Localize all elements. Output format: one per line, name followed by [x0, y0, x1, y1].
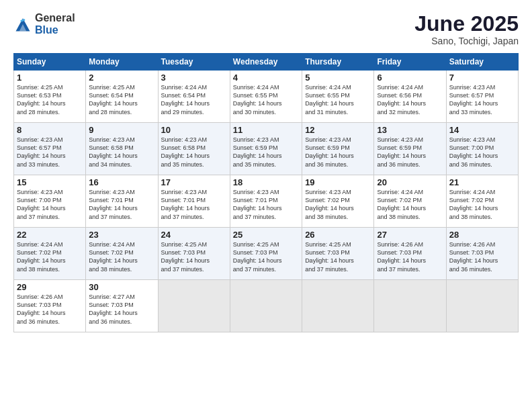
day-number: 5	[305, 73, 371, 83]
cell-content: Sunrise: 4:23 AMSunset: 7:01 PMDaylight:…	[233, 189, 282, 220]
cell-content: Sunrise: 4:25 AMSunset: 7:03 PMDaylight:…	[233, 241, 282, 272]
logo-general: General	[35, 12, 75, 24]
table-row: 22Sunrise: 4:24 AMSunset: 7:02 PMDayligh…	[14, 228, 86, 280]
day-number: 21	[449, 177, 515, 187]
table-row	[374, 280, 446, 332]
day-number: 9	[89, 125, 154, 135]
day-number: 17	[161, 177, 227, 187]
table-row: 8Sunrise: 4:23 AMSunset: 6:57 PMDaylight…	[14, 123, 86, 175]
day-number: 11	[233, 125, 299, 135]
cell-content: Sunrise: 4:23 AMSunset: 7:00 PMDaylight:…	[17, 189, 66, 220]
table-row: 11Sunrise: 4:23 AMSunset: 6:59 PMDayligh…	[230, 123, 302, 175]
table-row	[446, 280, 518, 332]
day-number: 24	[161, 230, 227, 240]
table-row: 15Sunrise: 4:23 AMSunset: 7:00 PMDayligh…	[14, 175, 86, 228]
cell-content: Sunrise: 4:23 AMSunset: 6:57 PMDaylight:…	[17, 136, 66, 167]
cell-content: Sunrise: 4:24 AMSunset: 7:02 PMDaylight:…	[377, 189, 426, 220]
day-number: 18	[233, 177, 299, 187]
cell-content: Sunrise: 4:25 AMSunset: 6:53 PMDaylight:…	[17, 84, 66, 115]
table-row: 19Sunrise: 4:23 AMSunset: 7:02 PMDayligh…	[302, 175, 374, 228]
day-number: 27	[377, 230, 443, 240]
header: General Blue June 2025 Sano, Tochigi, Ja…	[13, 12, 519, 46]
cell-content: Sunrise: 4:25 AMSunset: 7:03 PMDaylight:…	[305, 241, 354, 272]
day-number: 29	[17, 282, 83, 292]
day-number: 13	[377, 125, 443, 135]
cell-content: Sunrise: 4:24 AMSunset: 6:54 PMDaylight:…	[161, 84, 210, 115]
day-number: 25	[233, 230, 299, 240]
table-row: 25Sunrise: 4:25 AMSunset: 7:03 PMDayligh…	[230, 228, 302, 280]
cell-content: Sunrise: 4:25 AMSunset: 6:54 PMDaylight:…	[89, 84, 138, 115]
table-row: 9Sunrise: 4:23 AMSunset: 6:58 PMDaylight…	[86, 123, 158, 175]
table-row: 14Sunrise: 4:23 AMSunset: 7:00 PMDayligh…	[446, 123, 518, 175]
logo-icon	[13, 15, 32, 34]
col-thursday: Thursday	[302, 54, 374, 71]
table-row: 5Sunrise: 4:24 AMSunset: 6:55 PMDaylight…	[302, 71, 374, 123]
logo-text: General Blue	[35, 12, 75, 36]
cell-content: Sunrise: 4:23 AMSunset: 6:59 PMDaylight:…	[233, 136, 282, 167]
day-number: 30	[89, 282, 154, 292]
day-number: 23	[89, 230, 154, 240]
cell-content: Sunrise: 4:23 AMSunset: 7:01 PMDaylight:…	[89, 189, 138, 220]
cell-content: Sunrise: 4:23 AMSunset: 6:57 PMDaylight:…	[449, 84, 498, 115]
table-row: 6Sunrise: 4:24 AMSunset: 6:56 PMDaylight…	[374, 71, 446, 123]
cell-content: Sunrise: 4:23 AMSunset: 6:59 PMDaylight:…	[305, 136, 354, 167]
cell-content: Sunrise: 4:24 AMSunset: 6:55 PMDaylight:…	[305, 84, 354, 115]
table-row: 20Sunrise: 4:24 AMSunset: 7:02 PMDayligh…	[374, 175, 446, 228]
page: General Blue June 2025 Sano, Tochigi, Ja…	[0, 0, 532, 411]
day-number: 26	[305, 230, 371, 240]
day-number: 20	[377, 177, 443, 187]
day-number: 8	[17, 125, 83, 135]
table-row: 23Sunrise: 4:24 AMSunset: 7:02 PMDayligh…	[86, 228, 158, 280]
table-row: 3Sunrise: 4:24 AMSunset: 6:54 PMDaylight…	[158, 71, 230, 123]
table-row: 17Sunrise: 4:23 AMSunset: 7:01 PMDayligh…	[158, 175, 230, 228]
cell-content: Sunrise: 4:24 AMSunset: 7:02 PMDaylight:…	[17, 241, 66, 272]
table-row: 27Sunrise: 4:26 AMSunset: 7:03 PMDayligh…	[374, 228, 446, 280]
day-number: 12	[305, 125, 371, 135]
cell-content: Sunrise: 4:23 AMSunset: 7:01 PMDaylight:…	[161, 189, 210, 220]
cell-content: Sunrise: 4:24 AMSunset: 6:56 PMDaylight:…	[377, 84, 426, 115]
cell-content: Sunrise: 4:24 AMSunset: 6:55 PMDaylight:…	[233, 84, 282, 115]
col-monday: Monday	[86, 54, 158, 71]
col-sunday: Sunday	[14, 54, 86, 71]
cell-content: Sunrise: 4:23 AMSunset: 7:00 PMDaylight:…	[449, 136, 498, 167]
table-row: 16Sunrise: 4:23 AMSunset: 7:01 PMDayligh…	[86, 175, 158, 228]
col-wednesday: Wednesday	[230, 54, 302, 71]
day-number: 7	[449, 73, 515, 83]
cell-content: Sunrise: 4:25 AMSunset: 7:03 PMDaylight:…	[161, 241, 210, 272]
cell-content: Sunrise: 4:26 AMSunset: 7:03 PMDaylight:…	[377, 241, 426, 272]
day-number: 10	[161, 125, 227, 135]
day-number: 3	[161, 73, 227, 83]
cell-content: Sunrise: 4:23 AMSunset: 6:59 PMDaylight:…	[377, 136, 426, 167]
col-tuesday: Tuesday	[158, 54, 230, 71]
day-number: 22	[17, 230, 83, 240]
day-number: 14	[449, 125, 515, 135]
cell-content: Sunrise: 4:24 AMSunset: 7:02 PMDaylight:…	[89, 241, 138, 272]
day-number: 1	[17, 73, 83, 83]
day-number: 6	[377, 73, 443, 83]
cell-content: Sunrise: 4:23 AMSunset: 6:58 PMDaylight:…	[89, 136, 138, 167]
table-row: 2Sunrise: 4:25 AMSunset: 6:54 PMDaylight…	[86, 71, 158, 123]
table-row: 13Sunrise: 4:23 AMSunset: 6:59 PMDayligh…	[374, 123, 446, 175]
table-row	[302, 280, 374, 332]
day-number: 2	[89, 73, 154, 83]
table-row: 4Sunrise: 4:24 AMSunset: 6:55 PMDaylight…	[230, 71, 302, 123]
table-row: 12Sunrise: 4:23 AMSunset: 6:59 PMDayligh…	[302, 123, 374, 175]
table-row: 18Sunrise: 4:23 AMSunset: 7:01 PMDayligh…	[230, 175, 302, 228]
logo: General Blue	[13, 12, 75, 36]
cell-content: Sunrise: 4:23 AMSunset: 6:58 PMDaylight:…	[161, 136, 210, 167]
month-title: June 2025	[414, 12, 519, 36]
calendar-body: 1Sunrise: 4:25 AMSunset: 6:53 PMDaylight…	[14, 71, 519, 332]
cell-content: Sunrise: 4:26 AMSunset: 7:03 PMDaylight:…	[449, 241, 498, 272]
table-row	[230, 280, 302, 332]
location: Sano, Tochigi, Japan	[414, 36, 519, 46]
table-row: 24Sunrise: 4:25 AMSunset: 7:03 PMDayligh…	[158, 228, 230, 280]
table-row: 29Sunrise: 4:26 AMSunset: 7:03 PMDayligh…	[14, 280, 86, 332]
calendar-table: Sunday Monday Tuesday Wednesday Thursday…	[13, 53, 519, 332]
table-row: 10Sunrise: 4:23 AMSunset: 6:58 PMDayligh…	[158, 123, 230, 175]
day-number: 28	[449, 230, 515, 240]
cell-content: Sunrise: 4:24 AMSunset: 7:02 PMDaylight:…	[449, 189, 498, 220]
table-row: 26Sunrise: 4:25 AMSunset: 7:03 PMDayligh…	[302, 228, 374, 280]
table-row	[158, 280, 230, 332]
cell-content: Sunrise: 4:27 AMSunset: 7:03 PMDaylight:…	[89, 293, 138, 324]
title-block: June 2025 Sano, Tochigi, Japan	[414, 12, 519, 46]
